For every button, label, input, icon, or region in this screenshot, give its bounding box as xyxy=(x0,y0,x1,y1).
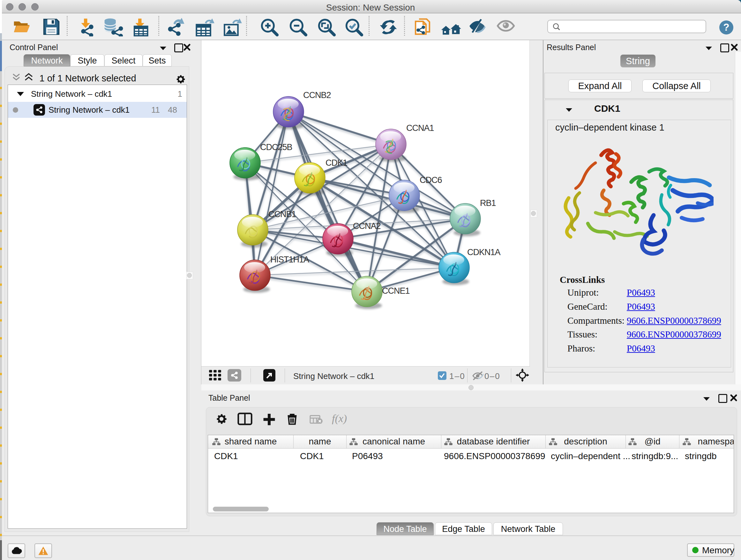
svg-text:CCNE1: CCNE1 xyxy=(382,286,410,296)
svg-text:CCNA1: CCNA1 xyxy=(406,123,434,133)
svg-text:CDKN1A: CDKN1A xyxy=(467,247,501,257)
svg-text:CDC25B: CDC25B xyxy=(260,142,292,152)
svg-text:CDC6: CDC6 xyxy=(420,175,442,185)
svg-text:CCNB1: CCNB1 xyxy=(268,209,296,219)
svg-text:RB1: RB1 xyxy=(480,198,496,208)
svg-text:CDK1: CDK1 xyxy=(326,158,347,168)
svg-text:CCNA2: CCNA2 xyxy=(353,221,381,231)
svg-text:CCNB2: CCNB2 xyxy=(303,90,331,100)
svg-text:HIST1H1A: HIST1H1A xyxy=(270,255,309,264)
